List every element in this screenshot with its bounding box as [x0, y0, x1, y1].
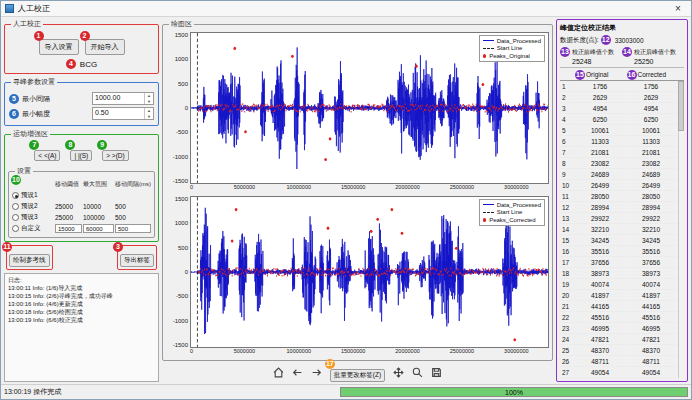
home-icon[interactable] [273, 367, 285, 379]
draw-reference-box: 11 绘制参考线 [6, 245, 53, 270]
legend-entry: Start Line [483, 45, 541, 53]
main-area: 人工校正 1 导入设置 2 开始导入 4 BCG 寻峰参数 [1, 17, 691, 384]
table-row[interactable]: 349544954 [560, 103, 677, 114]
export-labels-button[interactable]: 导出标签 [120, 254, 154, 267]
zoom-icon[interactable] [411, 367, 423, 379]
settings-row[interactable]: 自定义1500060000500 [12, 223, 151, 234]
table-row[interactable]: 462506250 [560, 114, 677, 125]
row-index: 22 [560, 314, 575, 321]
corrected-value: 26499 [626, 182, 677, 189]
chart-corrected[interactable]: 150010005000-500-1000-1500 Data_Processe… [166, 196, 549, 357]
corrected-value: 23082 [626, 160, 677, 167]
plot-canvas[interactable]: Data_ProcessedStart LinePeaks_Original [190, 32, 549, 184]
spinner-arrows-icon[interactable]: ▲▼ [144, 108, 153, 119]
settings-radio[interactable]: 预设3 [12, 213, 54, 222]
scrollbar-thumb[interactable] [678, 81, 684, 131]
table-row[interactable]: 82308223082 [560, 158, 677, 169]
spinner-arrows-icon[interactable]: ▲▼ [144, 93, 153, 104]
settings-input[interactable]: 500 [115, 224, 151, 233]
settings-row[interactable]: 预设325000100000500 [12, 212, 151, 223]
table-row[interactable]: 226292629 [560, 92, 677, 103]
start-import-button[interactable]: 开始导入 [85, 39, 125, 55]
table-row[interactable]: 204189741897 [560, 290, 677, 301]
settings-radio[interactable]: 预设1 [12, 191, 54, 200]
import-settings-button[interactable]: 导入设置 [39, 39, 79, 55]
settings-value: 500 [115, 203, 151, 210]
peak-counts-row: 13 校正前峰值个数 25248 14 校正后峰值个数 25250 [560, 47, 684, 68]
y-tick-label: 1000 [175, 56, 188, 62]
annotation-badge-2: 2 [80, 31, 90, 41]
chart-original[interactable]: 150010005000-500-1000-1500 Data_Processe… [166, 32, 549, 193]
pause-button[interactable]: | |(S) [70, 150, 92, 161]
table-row[interactable]: 132992229922 [560, 213, 677, 224]
corrected-value: 4954 [626, 105, 677, 112]
peak-params-title: 寻峰参数设置 [11, 77, 57, 87]
row-index: 17 [560, 259, 575, 266]
table-row[interactable]: 183897338973 [560, 268, 677, 279]
legend: Data_ProcessedStart LinePeaks_Original [479, 35, 545, 62]
table-row[interactable]: 61130311303 [560, 136, 677, 147]
table-row[interactable]: 122899428994 [560, 202, 677, 213]
settings-input[interactable]: 60000 [83, 224, 114, 233]
move-left-button[interactable]: < <(A) [34, 150, 60, 161]
radio-icon[interactable] [12, 214, 19, 221]
table-row[interactable]: 224551645516 [560, 312, 677, 323]
back-icon[interactable] [292, 367, 304, 379]
radio-icon[interactable] [12, 203, 19, 210]
legend-entry: Peaks_Original [483, 52, 541, 60]
plot-canvas[interactable]: Data_ProcessedStart LinePeaks_Corrected [190, 196, 549, 348]
radio-icon[interactable] [12, 225, 19, 232]
table-row[interactable]: 112805028050 [560, 191, 677, 202]
settings-row[interactable]: 预设22500010000500 [12, 201, 151, 212]
min-interval-spinner[interactable]: 1000.00 ▲▼ [92, 92, 154, 105]
annotation-badge-1: 1 [34, 31, 44, 41]
log-line: 13:00:19 Info: (6/6)校正完成 [8, 316, 155, 324]
save-icon[interactable] [430, 367, 442, 379]
table-row[interactable]: 117561756 [560, 81, 677, 92]
table-row[interactable]: 153424534245 [560, 235, 677, 246]
table-row[interactable]: 143221032210 [560, 224, 677, 235]
corrected-column-header: 16 Corrected [627, 70, 679, 80]
table-row[interactable]: 274905449054 [560, 367, 677, 378]
table-row[interactable]: 92468924689 [560, 169, 677, 180]
move-right-button[interactable]: > >(D) [102, 150, 128, 161]
radio-icon[interactable] [12, 192, 19, 199]
corrected-value: 44165 [626, 303, 677, 310]
table-row[interactable]: 244782147821 [560, 334, 677, 345]
close-icon[interactable]: × [669, 2, 687, 16]
draw-reference-button[interactable]: 绘制参考线 [9, 254, 50, 267]
settings-input[interactable]: 15000 [55, 224, 82, 233]
table-row[interactable]: 173765637656 [560, 257, 677, 268]
original-value: 24689 [575, 171, 626, 178]
peak-table-header: 15 Original 16 Corrected [560, 69, 684, 81]
settings-radio[interactable]: 预设2 [12, 202, 54, 211]
corrected-value: 48370 [626, 347, 677, 354]
pan-icon[interactable] [392, 367, 404, 379]
settings-radio[interactable]: 自定义 [12, 224, 54, 233]
table-row[interactable]: 163551635516 [560, 246, 677, 257]
row-index: 6 [560, 138, 575, 145]
original-value: 4954 [575, 105, 626, 112]
table-scrollbar[interactable] [678, 81, 684, 378]
table-row[interactable]: 194007440074 [560, 279, 677, 290]
original-value: 46995 [575, 325, 626, 332]
batch-change-labels-button[interactable]: 批量更改标签(Z) [330, 369, 385, 382]
original-value: 23082 [575, 160, 626, 167]
table-row[interactable]: 254837048370 [560, 345, 677, 356]
original-value: 28994 [575, 204, 626, 211]
signal-type-label: BCG [80, 60, 97, 69]
table-row[interactable]: 264871148711 [560, 356, 677, 367]
table-row[interactable]: 102649926499 [560, 180, 677, 191]
table-row[interactable]: 72108121081 [560, 147, 677, 158]
log-line: 13:00:15 Info: (2/6)寻峰完成，成功寻峰 [8, 292, 155, 300]
table-row[interactable]: 51006110061 [560, 125, 677, 136]
table-row[interactable]: 234699546995 [560, 323, 677, 334]
min-amplitude-spinner[interactable]: 0.50 ▲▼ [92, 107, 154, 120]
table-row[interactable]: 214416544165 [560, 301, 677, 312]
x-tick-label: 30000000 [504, 184, 528, 190]
min-amplitude-value: 0.50 [93, 108, 144, 119]
row-index: 9 [560, 171, 575, 178]
settings-row[interactable]: 预设1 [12, 190, 151, 201]
forward-icon[interactable] [311, 367, 323, 379]
row-index: 4 [560, 116, 575, 123]
